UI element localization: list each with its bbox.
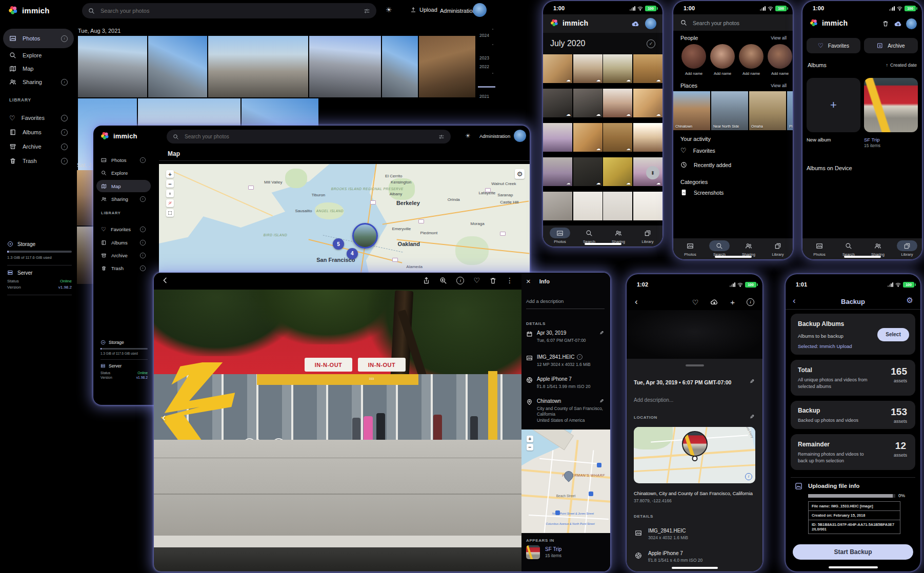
- info-icon[interactable]: i: [456, 277, 464, 284]
- photo-cell[interactable]: [543, 89, 572, 117]
- photo-cell[interactable]: [573, 89, 602, 117]
- upload-button[interactable]: Upload: [410, 7, 437, 13]
- sidebar-item-explore[interactable]: Explore: [96, 167, 151, 178]
- info-icon[interactable]: i: [61, 144, 68, 150]
- sidebar-item-favorites[interactable]: ♡ Favorites i: [3, 112, 74, 124]
- info-icon[interactable]: i: [61, 79, 68, 86]
- person-item[interactable]: Add name: [739, 44, 764, 76]
- cloud-download-icon[interactable]: [710, 299, 718, 305]
- tab-library[interactable]: Library: [892, 240, 922, 257]
- photo-thumbnail[interactable]: [419, 36, 475, 97]
- start-backup-button[interactable]: Start Backup: [793, 544, 913, 560]
- scroll-thumb[interactable]: ⬍: [646, 166, 659, 179]
- person-item[interactable]: Add name: [681, 44, 706, 76]
- photo-cell[interactable]: [573, 192, 602, 220]
- sidebar-item-photos[interactable]: Photos i: [3, 29, 74, 48]
- map-photo-marker[interactable]: [352, 223, 378, 249]
- info-icon[interactable]: i: [140, 196, 146, 201]
- zoom-icon[interactable]: [439, 277, 447, 284]
- photo-cell[interactable]: [543, 54, 572, 83]
- map-locate-button[interactable]: [166, 190, 174, 197]
- photo-thumbnail[interactable]: [382, 36, 418, 97]
- home-indicator[interactable]: [715, 256, 752, 258]
- places-view-all[interactable]: View all: [771, 83, 787, 88]
- theme-toggle-button[interactable]: ☀: [465, 132, 471, 139]
- location-mini-map[interactable]: FISHERMAN'S WHARF Beach Street North Poi…: [521, 429, 610, 533]
- album-row[interactable]: SF Trip 15 items: [526, 545, 561, 559]
- photo-cell[interactable]: [603, 89, 632, 117]
- photo-thumbnail[interactable]: [309, 36, 381, 97]
- person-item[interactable]: Add name: [710, 44, 735, 76]
- search-input[interactable]: [184, 133, 434, 140]
- new-album-card[interactable]: +: [807, 78, 860, 132]
- photo-cell[interactable]: [603, 192, 632, 220]
- album-card-sftrip[interactable]: [864, 78, 918, 132]
- edit-date-icon[interactable]: ✎: [599, 330, 604, 336]
- map-hide-markers-button[interactable]: [166, 199, 174, 207]
- cloud-sync-icon[interactable]: [894, 20, 902, 27]
- home-indicator[interactable]: [829, 566, 878, 568]
- map-zoom-in-button[interactable]: +: [527, 436, 533, 442]
- administration-link[interactable]: Administration: [479, 133, 510, 139]
- home-indicator[interactable]: [585, 243, 621, 245]
- info-icon[interactable]: i: [140, 239, 146, 245]
- place-item[interactable]: Pi: [787, 91, 793, 130]
- sidebar-item-map[interactable]: Map: [96, 180, 151, 192]
- info-icon[interactable]: i: [61, 35, 68, 42]
- favorites-row[interactable]: ♡ Favorites: [680, 147, 715, 154]
- photo-cell[interactable]: [633, 54, 662, 83]
- map-zoom-out-button[interactable]: −: [166, 180, 174, 188]
- back-arrow-icon[interactable]: ‹: [635, 297, 638, 307]
- favorite-icon[interactable]: ♡: [692, 298, 699, 306]
- albums-sort-button[interactable]: ↑ Created date: [886, 63, 917, 68]
- close-icon[interactable]: ×: [526, 277, 531, 285]
- info-icon[interactable]: i: [140, 265, 146, 271]
- trash-icon[interactable]: [882, 20, 889, 27]
- more-options-icon[interactable]: ⋮: [506, 277, 513, 284]
- back-arrow-icon[interactable]: [161, 276, 169, 284]
- screenshots-row[interactable]: Screenshots: [680, 189, 724, 196]
- settings-gear-icon[interactable]: ⚙: [907, 296, 913, 305]
- filter-sliders-icon[interactable]: [438, 134, 445, 140]
- sidebar-item-map[interactable]: Map: [3, 63, 74, 75]
- cloud-sync-icon[interactable]: [631, 20, 640, 27]
- sidebar-item-sharing[interactable]: Sharing i: [3, 76, 74, 88]
- map-zoom-out-button[interactable]: −: [527, 444, 533, 451]
- tab-sharing[interactable]: Sharing: [863, 240, 893, 257]
- photo-hero-innout[interactable]: IN-N-OUT IN-N-OUT 333 ‹: [154, 273, 521, 571]
- photo-thumbnail[interactable]: [148, 36, 207, 97]
- tab-search[interactable]: Search: [705, 240, 734, 257]
- share-icon[interactable]: [423, 277, 430, 284]
- tab-photos[interactable]: Photos: [805, 240, 834, 257]
- sidebar-item-sharing[interactable]: Sharing i: [96, 193, 151, 204]
- photo-cell[interactable]: [543, 192, 572, 220]
- theme-toggle-button[interactable]: ☀: [386, 6, 392, 14]
- sidebar-item-archive[interactable]: Archive i: [96, 250, 151, 261]
- info-icon[interactable]: i: [140, 157, 146, 162]
- favorites-button[interactable]: ♡ Favorites: [807, 38, 860, 53]
- sidebar-item-trash[interactable]: Trash i: [96, 262, 151, 274]
- tab-sharing[interactable]: Sharing: [734, 240, 764, 257]
- photo-cell[interactable]: [543, 157, 572, 186]
- photo-thumbnail[interactable]: [78, 36, 147, 97]
- sidebar-item-trash[interactable]: Trash i: [3, 155, 74, 167]
- info-icon[interactable]: i: [61, 115, 68, 121]
- person-item[interactable]: Add name: [768, 44, 792, 76]
- sidebar-item-albums[interactable]: Albums i: [96, 237, 151, 248]
- tab-photos[interactable]: Photos: [675, 240, 705, 257]
- info-icon[interactable]: i: [61, 129, 68, 136]
- select-all-icon[interactable]: ✓: [647, 39, 655, 48]
- administration-link[interactable]: Administration: [440, 8, 476, 14]
- info-icon[interactable]: i: [140, 252, 146, 258]
- people-view-all[interactable]: View all: [771, 35, 787, 40]
- archive-button[interactable]: Archive: [864, 38, 918, 53]
- search-bar[interactable]: [167, 130, 451, 144]
- sidebar-item-photos[interactable]: Photos i: [96, 154, 151, 166]
- info-icon[interactable]: i: [140, 226, 146, 232]
- photo-marker[interactable]: [682, 431, 708, 457]
- photo-thumbnail[interactable]: [208, 36, 308, 97]
- photo-cell[interactable]: [633, 192, 662, 220]
- place-item[interactable]: Omaha: [749, 91, 786, 130]
- favorite-icon[interactable]: ♡: [473, 277, 480, 284]
- album-name[interactable]: SF Trip: [545, 546, 561, 552]
